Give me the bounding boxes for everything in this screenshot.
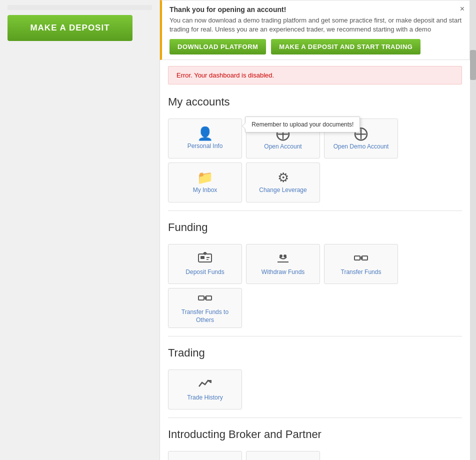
sidebar-top-bar [8, 5, 152, 10]
open-account-label: Open Account [264, 143, 302, 151]
download-platform-button[interactable]: DOWNLOAD PLATFORM [170, 39, 266, 54]
transfer-funds-others-card[interactable]: Transfer Funds to Others [168, 288, 242, 328]
deposit-funds-card[interactable]: Deposit Funds [168, 244, 242, 284]
funding-title: Funding [168, 221, 462, 237]
trading-section: Trading Trade History [160, 342, 470, 418]
withdraw-funds-card[interactable]: Withdraw Funds [246, 244, 320, 284]
my-accounts-grid: 👤 Personal Info Remember to upload your … [168, 118, 462, 202]
trading-title: Trading [168, 346, 462, 362]
trade-history-icon [198, 378, 212, 392]
main-content: × Thank you for opening an account! You … [160, 0, 470, 460]
withdraw-icon [276, 252, 290, 266]
svg-rect-8 [354, 256, 360, 260]
broker-section: Introducting Broker and Partner 👥 👤 [160, 423, 470, 460]
notification-buttons: DOWNLOAD PLATFORM MAKE A DEPOSIT AND STA… [170, 39, 462, 54]
person-icon: 👤 [197, 127, 213, 140]
notification-close-button[interactable]: × [460, 4, 464, 14]
accounts-funding-divider [168, 210, 462, 211]
transfer-funds-card[interactable]: Transfer Funds [324, 244, 398, 284]
personal-info-card[interactable]: 👤 Personal Info Remember to upload your … [168, 118, 242, 158]
my-inbox-card[interactable]: 📁 My Inbox [168, 162, 242, 202]
deposit-icon [198, 252, 212, 266]
gear-icon: ⚙ [278, 171, 289, 184]
trade-history-label: Trade History [187, 394, 223, 402]
deposit-funds-label: Deposit Funds [186, 268, 224, 276]
scrollbar-thumb[interactable] [470, 50, 476, 80]
broker-grid: 👥 👤 [168, 451, 462, 460]
transfer-funds-label: Transfer Funds [341, 268, 382, 276]
scrollbar-track[interactable] [470, 0, 476, 460]
open-demo-account-label: Open Demo Account [334, 143, 389, 151]
personal-info-label: Personal Info [188, 142, 223, 150]
svg-point-6 [284, 254, 286, 258]
sidebar: MAKE A DEPOSIT [0, 0, 160, 460]
transfer-icon [354, 252, 368, 266]
notification-title: Thank you for opening an account! [170, 6, 462, 14]
funding-section: Funding Deposit Funds [160, 216, 470, 336]
error-bar: Error. Your dashboard is disabled. [168, 66, 462, 84]
notification-bar: × Thank you for opening an account! You … [160, 0, 470, 60]
transfer-others-icon [198, 292, 212, 306]
my-accounts-section: My accounts 👤 Personal Info Remember to … [160, 90, 470, 210]
svg-rect-1 [200, 256, 204, 259]
folder-icon: 📁 [197, 171, 213, 184]
my-inbox-label: My Inbox [193, 186, 218, 194]
broker-card-2[interactable]: 👤 [246, 451, 320, 460]
make-deposit-start-trading-button[interactable]: MAKE A DEPOSIT AND START TRADING [271, 39, 420, 54]
make-deposit-button[interactable]: MAKE A DEPOSIT [8, 15, 132, 41]
broker-card-1[interactable]: 👥 [168, 451, 242, 460]
broker-title: Introducting Broker and Partner [168, 428, 462, 444]
svg-rect-0 [198, 254, 212, 262]
change-leverage-card[interactable]: ⚙ Change Leverage [246, 162, 320, 202]
svg-rect-11 [198, 296, 204, 300]
trading-grid: Trade History [168, 370, 462, 410]
change-leverage-label: Change Leverage [259, 186, 306, 194]
trade-history-card[interactable]: Trade History [168, 370, 242, 410]
my-accounts-title: My accounts [168, 96, 462, 112]
svg-point-5 [280, 254, 282, 258]
withdraw-funds-label: Withdraw Funds [262, 268, 305, 276]
trading-broker-divider [168, 418, 462, 418]
funding-grid: Deposit Funds Withdraw Funds [168, 244, 462, 328]
notification-text: You can now download a demo trading plat… [170, 16, 462, 34]
funding-trading-divider [168, 336, 462, 336]
transfer-funds-others-label: Transfer Funds to Others [172, 308, 238, 324]
upload-documents-tooltip: Remember to upload your documents! [245, 116, 360, 132]
